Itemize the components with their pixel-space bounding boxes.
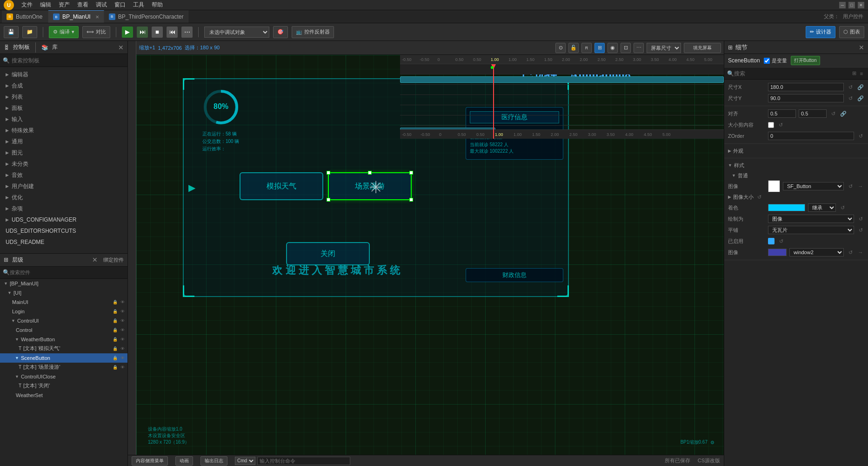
lock-view-btn[interactable]: 🔓: [568, 43, 579, 53]
more-view-btn[interactable]: ⋯: [634, 43, 644, 53]
image2-select[interactable]: window2: [789, 248, 844, 257]
view-btn[interactable]: ◉: [608, 43, 618, 53]
appearance-header[interactable]: ▶ 外观: [724, 146, 868, 156]
lock-icon[interactable]: 🔒: [112, 364, 118, 371]
canvas-area[interactable]: 250 300 350 400 450 500 550 600 650 700 …: [128, 41, 724, 455]
sizey-link-btn[interactable]: 🔗: [857, 95, 864, 102]
timeline-body[interactable]: [400, 64, 724, 129]
output-log-btn[interactable]: 输出日志: [200, 456, 227, 466]
control-item-editor[interactable]: ▶ 编辑器: [0, 69, 127, 80]
menu-help[interactable]: 帮助: [152, 1, 163, 9]
widget-reflector-button[interactable]: 📺 控件反射器: [292, 26, 334, 38]
sizex-reset-btn[interactable]: ↺: [847, 83, 854, 91]
is-variable-input[interactable]: [764, 58, 770, 64]
zorder-input[interactable]: [768, 132, 854, 140]
browse-button[interactable]: 📁: [22, 26, 37, 38]
skip-end-button[interactable]: ⏮: [167, 27, 178, 38]
minimize-button[interactable]: ─: [839, 2, 846, 8]
menu-asset[interactable]: 资产: [59, 1, 70, 9]
eye-icon[interactable]: 👁: [119, 364, 126, 371]
eye-icon[interactable]: 👁: [119, 345, 126, 352]
style-header[interactable]: ▼ 样式: [724, 160, 868, 170]
tint-color-swatch[interactable]: [768, 204, 805, 211]
debug-btn[interactable]: 🎯: [273, 26, 288, 38]
tab-close-bp-mianui[interactable]: ✕: [95, 14, 99, 20]
more-button[interactable]: ⋯: [181, 27, 193, 38]
lock-icon[interactable]: 🔒: [112, 327, 118, 333]
close-button[interactable]: 关闭: [286, 242, 370, 265]
right-list-btn[interactable]: ≡: [858, 70, 865, 77]
lock-icon[interactable]: 🔒: [112, 345, 118, 352]
eye-icon[interactable]: 👁: [119, 317, 126, 324]
tiling-reset[interactable]: ↺: [857, 226, 864, 234]
sizey-input[interactable]: [768, 94, 844, 102]
is-variable-checkbox[interactable]: 是变量: [764, 57, 787, 64]
designer-button[interactable]: ✏ 设计器: [806, 26, 835, 38]
view2-btn[interactable]: ⊡: [621, 43, 631, 53]
right-search-input[interactable]: [734, 70, 850, 77]
layers-panel-close[interactable]: ✕: [92, 256, 98, 263]
control-item-input[interactable]: ▶ 输入: [0, 114, 127, 125]
tiling-select[interactable]: 无瓦片: [768, 226, 854, 234]
control-item-common[interactable]: ▶ 通用: [0, 136, 127, 147]
lock-icon[interactable]: 🔒: [112, 308, 118, 315]
compile-button[interactable]: ⚙ 编译 ▾: [49, 26, 79, 38]
lock-icon[interactable]: 🔒: [112, 299, 118, 305]
layer-scene-text[interactable]: T [文本] '场景漫游' 🔒 👁: [0, 363, 127, 372]
layer-weatherset[interactable]: WeatherSet: [0, 391, 127, 400]
size-content-checkbox[interactable]: [768, 122, 774, 128]
timeline-block-main[interactable]: [400, 76, 724, 83]
tab-bp-thirdperson[interactable]: B BP_ThirdPersonCharacter: [104, 10, 189, 23]
menu-file[interactable]: 文件: [21, 1, 33, 9]
console-input[interactable]: [257, 457, 350, 465]
details-close-btn[interactable]: ✕: [859, 44, 864, 51]
maximize-button[interactable]: □: [848, 2, 855, 8]
layer-scenebutton[interactable]: ▼ SceneButton 🔒 👁: [0, 353, 127, 363]
graph-button[interactable]: ⬡ 图表: [839, 26, 864, 38]
tint-inherit-select[interactable]: 继承: [808, 203, 836, 212]
debug-target-select[interactable]: 未选中调试对象: [204, 27, 269, 38]
cmd-select[interactable]: Cmd: [235, 457, 255, 465]
control-item-composite[interactable]: ▶ 合成: [0, 80, 127, 91]
layer-bp-mianui[interactable]: ▼ [BP_MianUI]: [0, 279, 127, 288]
circle-btn[interactable]: ⊙: [555, 43, 566, 53]
align-y-input[interactable]: [799, 109, 827, 118]
image-size-header[interactable]: ▶ 图像大小 ↺: [724, 192, 868, 202]
image-reload-btn[interactable]: ↺: [847, 182, 854, 190]
lock-icon[interactable]: 🔒: [112, 336, 118, 343]
eye-icon[interactable]: 👁: [119, 308, 126, 315]
control-item-uds-readme[interactable]: UDS_README: [0, 236, 127, 248]
menu-view[interactable]: 查看: [77, 1, 88, 9]
align-x-input[interactable]: [768, 109, 796, 118]
step-button[interactable]: ⏭: [137, 27, 148, 38]
control-item-list[interactable]: ▶ 列表: [0, 91, 127, 102]
lock-icon[interactable]: 🔒: [112, 355, 118, 361]
right-layout-btn[interactable]: ⊞: [850, 70, 858, 77]
eye-icon[interactable]: 👁: [119, 327, 126, 333]
layer-controluiclose[interactable]: ▼ ControlUIClose: [0, 372, 127, 381]
screen-size-select[interactable]: 屏幕尺寸: [647, 43, 681, 53]
zorder-reset-btn[interactable]: ↺: [857, 132, 864, 140]
layer-mainui[interactable]: MainUI 🔒 👁: [0, 297, 127, 307]
layer-close-text[interactable]: T [文本] '关闭': [0, 381, 127, 391]
control-panel-close[interactable]: ✕: [118, 44, 124, 51]
draw-as-select[interactable]: 图像: [768, 215, 854, 223]
layer-weatherbutton[interactable]: ▼ WeatherButton 🔒 👁: [0, 335, 127, 344]
tint-reset-btn[interactable]: ↺: [839, 204, 846, 211]
image-size-reset[interactable]: ↺: [755, 193, 763, 201]
eye-icon[interactable]: 👁: [119, 355, 126, 361]
sizey-reset-btn[interactable]: ↺: [847, 95, 854, 102]
align-link-btn[interactable]: 🔗: [840, 110, 847, 117]
control-item-misc[interactable]: ▶ 杂项: [0, 203, 127, 214]
content-panel-btn[interactable]: 内容侧滑菜单: [132, 456, 168, 466]
sizex-input[interactable]: [768, 83, 844, 91]
control-item-panel[interactable]: ▶ 面板: [0, 102, 127, 114]
eye-icon[interactable]: 👁: [119, 299, 126, 305]
size-content-reset[interactable]: ↺: [777, 121, 784, 128]
menu-debug[interactable]: 调试: [96, 1, 107, 9]
menu-edit[interactable]: 编辑: [40, 1, 51, 9]
layer-controlui[interactable]: ▼ ControlUI 🔒 👁: [0, 316, 127, 325]
control-search-input[interactable]: [12, 57, 125, 64]
weather-button[interactable]: 模拟天气: [240, 172, 323, 200]
sizex-link-btn[interactable]: 🔗: [857, 83, 864, 91]
